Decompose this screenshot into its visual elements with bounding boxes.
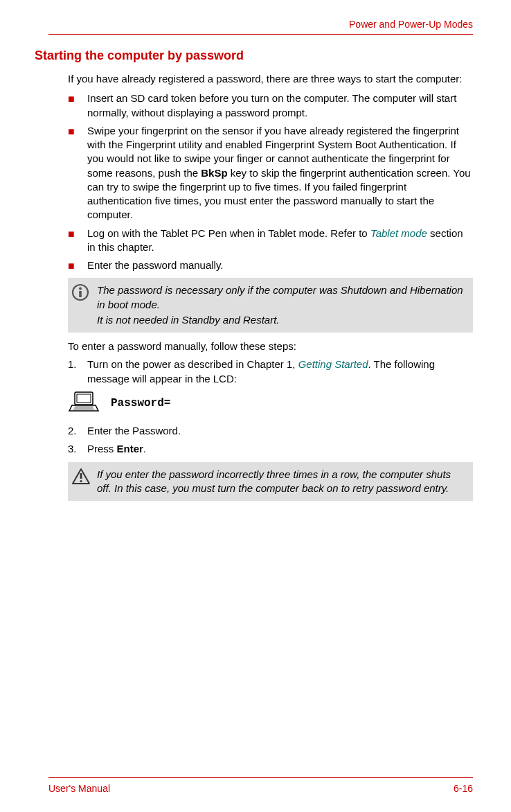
caution-icon bbox=[71, 468, 91, 489]
laptop-icon bbox=[68, 390, 100, 417]
step-text: Enter the Password. bbox=[87, 425, 181, 436]
screen-output: Password= bbox=[68, 390, 473, 417]
key-name: Enter bbox=[117, 443, 143, 454]
footer-manual: User's Manual bbox=[48, 782, 110, 795]
key-name: BkSp bbox=[201, 167, 227, 179]
step-text: Turn on the power as described in Chapte… bbox=[87, 358, 298, 370]
svg-rect-8 bbox=[80, 473, 82, 479]
svg-rect-4 bbox=[77, 394, 91, 403]
svg-point-9 bbox=[80, 480, 82, 482]
step-item: Press Enter. bbox=[68, 442, 473, 456]
step-text: . bbox=[143, 443, 146, 454]
svg-rect-2 bbox=[79, 291, 82, 297]
step-item: Enter the Password. bbox=[68, 424, 473, 438]
code-text: Password= bbox=[111, 396, 170, 412]
step-item: Turn on the power as described in Chapte… bbox=[68, 358, 473, 386]
cross-ref-link[interactable]: Tablet mode bbox=[370, 227, 427, 239]
steps-intro: To enter a password manually, follow the… bbox=[68, 339, 473, 353]
ordered-list-cont: Enter the Password. Press Enter. bbox=[68, 424, 473, 457]
info-text: The password is necessary only if the co… bbox=[97, 283, 466, 312]
warning-note: If you enter the password incorrectly th… bbox=[68, 462, 473, 502]
page-footer: User's Manual 6-16 bbox=[48, 777, 473, 795]
running-header: Power and Power-Up Modes bbox=[48, 18, 473, 35]
ordered-list: Turn on the power as described in Chapte… bbox=[68, 358, 473, 386]
cross-ref-link[interactable]: Getting Started bbox=[298, 358, 368, 370]
bullet-text: Log on with the Tablet PC Pen when in Ta… bbox=[87, 227, 370, 239]
info-icon bbox=[71, 283, 89, 305]
bullet-text: Enter the password manually. bbox=[87, 259, 224, 271]
warning-text: If you enter the password incorrectly th… bbox=[97, 468, 466, 496]
footer-page-number: 6-16 bbox=[454, 782, 473, 795]
info-text: It is not needed in Standby and Restart. bbox=[97, 313, 466, 327]
list-item: Swipe your fingerprint on the sensor if … bbox=[68, 124, 473, 222]
intro-paragraph: If you have already registered a passwor… bbox=[68, 72, 473, 86]
step-text: Press bbox=[87, 443, 117, 454]
list-item: Enter the password manually. bbox=[68, 258, 473, 272]
svg-point-1 bbox=[79, 288, 82, 290]
bullet-text: Insert an SD card token before you turn … bbox=[87, 92, 456, 118]
list-item: Insert an SD card token before you turn … bbox=[68, 91, 473, 120]
bullet-list: Insert an SD card token before you turn … bbox=[68, 91, 473, 272]
list-item: Log on with the Tablet PC Pen when in Ta… bbox=[68, 227, 473, 255]
section-title: Starting the computer by password bbox=[35, 47, 473, 64]
info-note: The password is necessary only if the co… bbox=[68, 278, 473, 333]
